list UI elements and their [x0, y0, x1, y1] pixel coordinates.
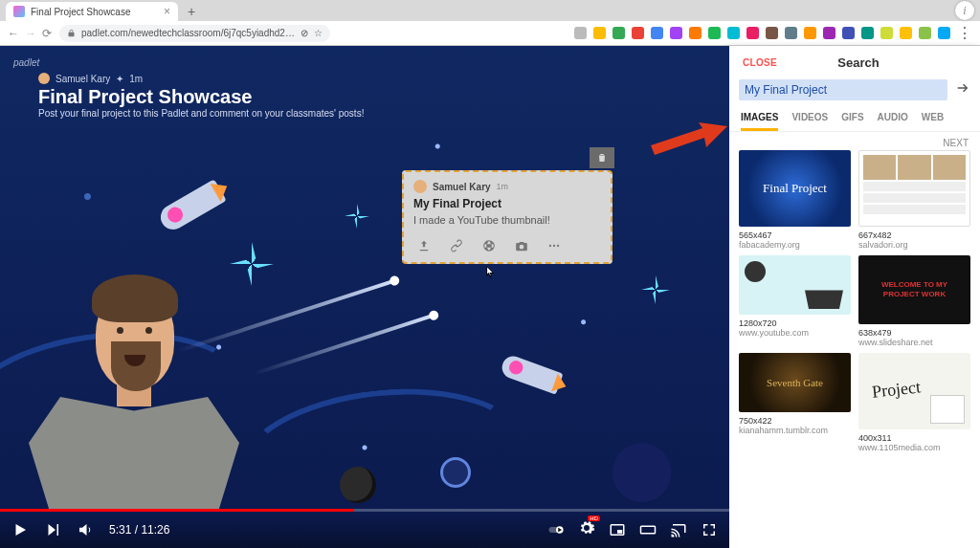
result-source: fabacademy.org: [739, 240, 851, 250]
video-timecode: 5:31 / 11:26: [109, 523, 169, 537]
browser-toolbar: ← → ⟳ padlet.com/newedtechclassroom/6j7q…: [0, 21, 980, 46]
tab-audio[interactable]: AUDIO: [878, 112, 908, 131]
result-thumbnail[interactable]: WELCOME TO MY PROJECT WORK 638x479 www.s…: [858, 255, 970, 347]
more-options-icon[interactable]: [547, 239, 561, 252]
extension-icon[interactable]: [900, 27, 912, 39]
extension-icon[interactable]: [842, 27, 855, 39]
omnibox-action-icon[interactable]: ⊘: [301, 28, 308, 38]
back-button[interactable]: ←: [8, 27, 19, 40]
reload-button[interactable]: ⟳: [42, 27, 52, 40]
result-thumbnail[interactable]: 667x482 salvadori.org: [858, 150, 970, 250]
browser-tab[interactable]: Final Project Showcase ×: [6, 2, 178, 21]
cast-icon[interactable]: [670, 521, 687, 538]
tab-gifs[interactable]: GIFS: [841, 112, 863, 131]
search-panel-title: Search: [777, 55, 940, 70]
gear-icon: [578, 519, 595, 537]
submit-search-button[interactable]: [947, 80, 970, 99]
author-name: Samuel Kary: [56, 74, 110, 84]
search-input[interactable]: [739, 79, 947, 100]
result-dimensions: 1280x720: [739, 318, 851, 328]
camera-icon[interactable]: [515, 239, 528, 252]
extension-icon[interactable]: [612, 27, 625, 39]
extension-icon[interactable]: [823, 27, 835, 39]
svg-rect-7: [641, 526, 656, 534]
next-results-button[interactable]: NEXT: [729, 132, 980, 150]
settings-button[interactable]: HD: [578, 519, 595, 540]
browser-tab-strip: Final Project Showcase × + i: [0, 0, 980, 21]
extension-icon[interactable]: [746, 27, 759, 39]
url-text: padlet.com/newedtechclassroom/6j7qc5yiad…: [81, 28, 295, 38]
web-search-icon[interactable]: [482, 239, 496, 252]
svg-point-0: [549, 245, 551, 247]
result-thumbnail[interactable]: Seventh Gate 750x422 kianahamm.tumblr.co…: [739, 353, 851, 452]
upload-icon[interactable]: [417, 239, 431, 252]
extension-icon[interactable]: [938, 27, 950, 39]
lock-icon: [67, 29, 76, 37]
delete-post-button[interactable]: [590, 147, 614, 168]
svg-point-2: [557, 245, 559, 247]
thumbnail-image: [858, 150, 970, 227]
author-avatar: [38, 73, 50, 84]
tab-web[interactable]: WEB: [922, 112, 944, 131]
post-title[interactable]: My Final Project: [404, 197, 611, 210]
extension-icon[interactable]: [651, 27, 663, 39]
extension-icon[interactable]: [670, 27, 682, 39]
post-age: 1m: [129, 74, 143, 84]
extension-icon[interactable]: [861, 27, 874, 39]
info-badge-icon[interactable]: i: [955, 1, 974, 20]
extension-icon[interactable]: [689, 27, 702, 39]
svg-point-1: [553, 245, 555, 247]
arrow-right-icon: [955, 80, 970, 96]
extension-icon[interactable]: [766, 27, 778, 39]
result-dimensions: 400x311: [858, 433, 970, 443]
theater-mode-icon[interactable]: [639, 521, 657, 538]
volume-icon[interactable]: [77, 521, 94, 538]
forward-button[interactable]: →: [25, 27, 36, 40]
autoplay-toggle-icon[interactable]: [547, 521, 565, 538]
result-dimensions: 667x482: [858, 230, 970, 240]
thumbnail-image: [858, 353, 970, 429]
link-icon[interactable]: [450, 239, 463, 252]
extension-icon[interactable]: [919, 27, 931, 39]
search-type-tabs: IMAGES VIDEOS GIFS AUDIO WEB: [729, 104, 980, 132]
miniplayer-icon[interactable]: [609, 521, 626, 538]
post-attachment-toolbar: [404, 233, 611, 262]
extension-icon[interactable]: [593, 27, 606, 39]
search-panel: CLOSE Search IMAGES VIDEOS GIFS AUDIO WE…: [729, 46, 980, 548]
extension-icon[interactable]: [632, 27, 644, 39]
presenter-figure: [29, 263, 239, 512]
close-search-button[interactable]: CLOSE: [743, 57, 777, 68]
chrome-menu-icon[interactable]: ⋮: [957, 24, 972, 42]
result-source: kianahamm.tumblr.com: [739, 426, 851, 435]
extension-icon[interactable]: [708, 27, 721, 39]
result-dimensions: 750x422: [739, 416, 851, 426]
bookmark-star-icon[interactable]: ☆: [314, 28, 323, 38]
next-video-icon[interactable]: [44, 521, 61, 538]
play-button-icon[interactable]: [11, 521, 29, 538]
result-thumbnail[interactable]: 1280x720 www.youtube.com: [739, 255, 851, 347]
extensions-row: ⋮: [574, 24, 972, 42]
post-compose-card[interactable]: Samuel Kary 1m My Final Project I made a…: [402, 170, 612, 264]
post-body[interactable]: I made a YouTube thumbnail!: [404, 210, 611, 233]
extension-icon[interactable]: [785, 27, 797, 39]
tab-favicon: [13, 6, 25, 17]
trash-icon: [596, 152, 608, 164]
result-thumbnail[interactable]: 400x311 www.1105media.com: [858, 353, 970, 452]
tab-videos[interactable]: VIDEOS: [791, 112, 828, 131]
result-dimensions: 638x479: [858, 328, 970, 338]
fullscreen-icon[interactable]: [701, 521, 718, 538]
address-bar[interactable]: padlet.com/newedtechclassroom/6j7qc5yiad…: [59, 25, 330, 42]
new-tab-button[interactable]: +: [182, 2, 201, 21]
padlet-logo[interactable]: padlet: [13, 57, 39, 68]
extension-icon[interactable]: [727, 27, 740, 39]
tab-images[interactable]: IMAGES: [741, 112, 778, 131]
image-results-grid: 565x467 fabacademy.org 667x482 salvadori…: [729, 150, 980, 548]
result-thumbnail[interactable]: 565x467 fabacademy.org: [739, 150, 851, 250]
tab-close-icon[interactable]: ×: [164, 6, 170, 17]
extension-icon[interactable]: [880, 27, 893, 39]
extension-icon[interactable]: [574, 27, 587, 39]
youtube-player-controls: 5:31 / 11:26 HD: [0, 512, 729, 548]
thumbnail-image: [739, 150, 851, 227]
extension-icon[interactable]: [804, 27, 816, 39]
post-time: 1m: [497, 182, 509, 191]
